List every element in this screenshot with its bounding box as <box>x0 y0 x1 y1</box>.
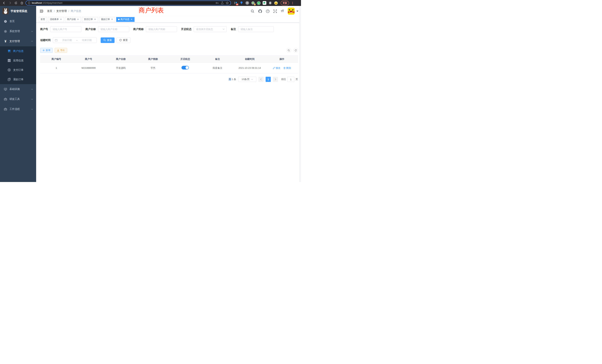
cell-remark: 我是备注 <box>201 63 234 73</box>
merchant-short-input[interactable] <box>146 26 177 32</box>
sidebar-item-system[interactable]: 系统管理 <box>0 26 36 36</box>
bookmark-star-icon[interactable] <box>226 1 229 4</box>
sidebar-item-dev-tools[interactable]: 研发工具 <box>0 94 36 104</box>
delete-link-label: 删除 <box>286 66 291 70</box>
cell-create-time: 2021-10-23 08:31:14 <box>234 63 266 73</box>
col-merchant-short: 商户简称 <box>137 56 169 63</box>
search-icon[interactable] <box>251 10 254 13</box>
extension-command-icon[interactable]: ⌘ <box>245 1 249 5</box>
refresh-table-button[interactable] <box>293 48 298 53</box>
browser-reload-button[interactable] <box>14 1 18 5</box>
sidebar-item-workflow[interactable]: 工作流程 <box>0 104 36 114</box>
sidebar-item-refund-order[interactable]: 退款订单 <box>0 75 36 84</box>
next-page-button[interactable] <box>273 77 278 82</box>
show-search-toggle-button[interactable] <box>286 48 291 53</box>
chevron-up-icon <box>31 40 33 43</box>
tab-close-icon[interactable]: ✕ <box>111 18 113 21</box>
col-status: 开启状态 <box>169 56 202 63</box>
tab-close-icon[interactable]: ✕ <box>94 18 96 21</box>
tab-label: 支付订单 <box>84 18 93 21</box>
tab-close-icon[interactable]: ✕ <box>130 18 133 21</box>
export-button[interactable]: 导出 <box>55 48 67 53</box>
merchant-name-input[interactable] <box>98 26 129 32</box>
prev-page-button[interactable] <box>258 77 264 82</box>
browser-scrollbar[interactable] <box>299 6 301 182</box>
table-toolbar: 新增 导出 <box>40 48 298 53</box>
fullscreen-icon[interactable] <box>273 10 277 13</box>
browser-forward-button[interactable] <box>8 1 12 5</box>
password-key-icon[interactable] <box>216 2 219 4</box>
tab-close-icon[interactable]: ✕ <box>77 18 79 21</box>
browser-back-button[interactable] <box>2 1 6 5</box>
goto-suffix-label: 页 <box>296 78 298 81</box>
extension-y-icon[interactable]: y <box>257 1 261 5</box>
add-button[interactable]: 新增 <box>40 48 53 53</box>
create-time-range-picker[interactable]: 开始日期 - 结束日期 <box>53 37 97 43</box>
sidebar-item-label: 首页 <box>10 20 15 23</box>
github-icon[interactable] <box>258 9 262 13</box>
gear-icon <box>4 30 7 33</box>
status-select[interactable]: 请选择开启状态 <box>194 26 227 32</box>
reset-button[interactable]: 重置 <box>117 37 130 43</box>
remark-input[interactable] <box>238 26 274 32</box>
sidebar-item-pay[interactable]: ¥ 支付管理 <box>0 36 36 46</box>
browser-menu-icon[interactable] <box>292 2 293 4</box>
remark-label: 备注 <box>231 28 236 31</box>
sidebar-collapse-button[interactable] <box>39 9 44 13</box>
breadcrumb-item[interactable]: 首页 <box>47 10 52 13</box>
tab-refund-order[interactable]: 退款订单✕ <box>99 17 115 22</box>
extensions-puzzle-icon[interactable] <box>268 1 272 5</box>
share-icon[interactable] <box>221 1 224 4</box>
tab-merchant-info-active[interactable]: 商户信息✕ <box>116 17 135 22</box>
sidebar-item-label: 工作流程 <box>10 107 20 111</box>
extension-balloon-icon[interactable] <box>240 1 243 5</box>
sidebar-item-label: 支付管理 <box>10 40 20 43</box>
help-button[interactable]: ? <box>266 10 269 13</box>
col-merchant-name: 商户全称 <box>105 56 137 63</box>
export-button-label: 导出 <box>60 49 65 52</box>
sidebar-item-infra[interactable]: 基础设施 <box>0 84 36 94</box>
page-size-select[interactable]: 10条/页 <box>238 77 256 82</box>
tab-user-group[interactable]: 用户分组✕ <box>65 17 81 22</box>
search-button[interactable]: 搜索 <box>101 37 115 43</box>
shop-icon <box>8 50 11 53</box>
sidebar-item-merchant-info[interactable]: 商户信息 <box>0 46 36 56</box>
page-number-1[interactable]: 1 <box>266 77 271 82</box>
address-bar[interactable]: localhost:1024/pay/merchant <box>26 0 231 5</box>
status-toggle[interactable] <box>182 66 189 69</box>
tab-close-icon[interactable]: ✕ <box>60 18 62 21</box>
sidebar-item-app-info[interactable]: 应用信息 <box>0 56 36 65</box>
pagination: 共 1 条 10条/页 1 前往 页 <box>40 77 298 82</box>
edit-link[interactable]: 修改 <box>273 66 280 70</box>
tab-home[interactable]: 首页 <box>39 17 47 22</box>
extension-chat-icon[interactable] <box>263 1 266 5</box>
tab-pay-order[interactable]: 支付订单✕ <box>82 17 98 22</box>
pagination-total-rest: 1 条 <box>231 78 236 81</box>
browser-home-button[interactable] <box>20 1 24 5</box>
chrome-update-button[interactable]: 更新 <box>281 1 289 5</box>
status-label: 开启状态 <box>181 28 192 31</box>
extension-badge: 10 <box>236 3 238 5</box>
sidebar-item-home[interactable]: 首页 <box>0 16 36 26</box>
sidebar-menu: 首页 系统管理 ¥ 支付管理 商户信息 应用信息 <box>0 16 36 114</box>
tab-process-form[interactable]: 流程表单✕ <box>48 17 64 22</box>
profile-avatar-emoji[interactable] <box>274 1 278 5</box>
col-actions: 操作 <box>266 56 298 63</box>
sidebar-logo-row[interactable]: 芋道管理系统 <box>0 6 36 16</box>
user-avatar[interactable] <box>288 8 295 15</box>
breadcrumb-separator: / <box>54 10 55 13</box>
goto-page-input[interactable] <box>287 77 294 82</box>
extension-devtools-icon[interactable]: 10 <box>234 1 238 5</box>
merchant-no-input[interactable] <box>50 26 81 32</box>
extension-recorder-icon[interactable]: 1 <box>251 1 255 5</box>
site-info-icon[interactable] <box>28 2 30 4</box>
delete-link[interactable]: 删除 <box>283 66 291 70</box>
documents-icon <box>8 78 11 81</box>
font-size-icon[interactable]: TT <box>281 9 284 13</box>
page-content: 商户号 商户全称 商户简称 开启状态 请选择开启状态 <box>36 23 301 182</box>
caret-down-icon[interactable] <box>296 10 298 12</box>
merchant-table: 商户编号 商户号 商户全称 商户简称 开启状态 备注 创建时间 操作 1 M23… <box>40 55 298 73</box>
breadcrumb-item[interactable]: 支付管理 <box>56 10 67 13</box>
home-icon <box>20 1 23 4</box>
sidebar-item-pay-order[interactable]: 支付订单 <box>0 65 36 75</box>
